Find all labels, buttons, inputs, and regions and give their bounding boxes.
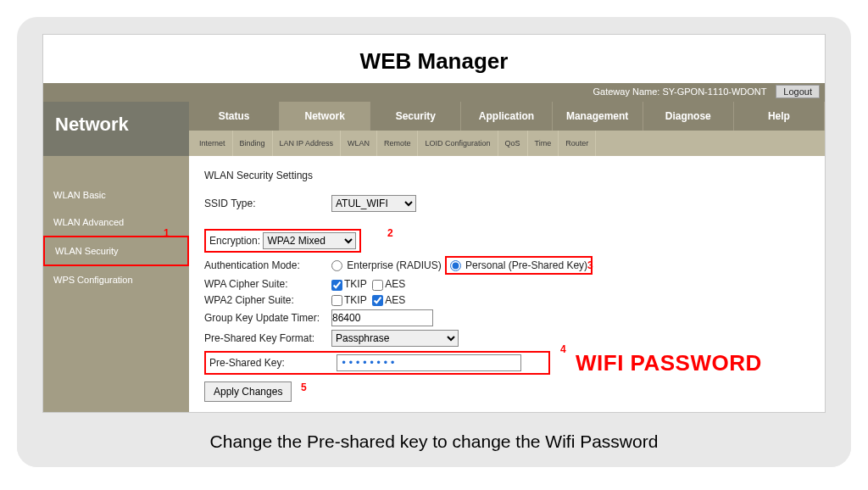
psk-format-label: Pre-Shared Key Format: — [204, 332, 331, 344]
subtab-internet[interactable]: Internet — [192, 131, 233, 156]
ssid-label: SSID Type: — [204, 198, 331, 209]
tab-management[interactable]: Management — [553, 102, 643, 131]
page-title: WEB Manager — [43, 35, 825, 83]
section-title: WLAN Security Settings — [204, 170, 810, 181]
wpa-cipher-label: WPA Cipher Suite: — [204, 278, 331, 290]
annotation-3: 3 — [587, 259, 593, 271]
auth-personal-option[interactable]: Personal (Pre-Shared Key) — [450, 259, 587, 271]
brand-label: Network — [43, 102, 189, 156]
subtab-router[interactable]: Router — [559, 131, 596, 156]
tab-application[interactable]: Application — [461, 102, 552, 131]
auth-mode-label: Authentication Mode: — [204, 259, 331, 271]
tab-network[interactable]: Network — [280, 102, 370, 131]
main-tabs: Status Network Security Application Mana… — [189, 102, 825, 131]
group-key-label: Group Key Update Timer: — [204, 312, 331, 324]
tab-help[interactable]: Help — [734, 102, 825, 131]
wpa2-cipher-label: WPA2 Cipher Suite: — [204, 294, 331, 306]
subtab-loid[interactable]: LOID Configuration — [418, 131, 498, 156]
subtab-lan-ip[interactable]: LAN IP Address — [273, 131, 341, 156]
wpa2-tkip-checkbox[interactable]: TKIP — [331, 294, 367, 306]
sidebar-item-wps-config[interactable]: WPS Configuration — [43, 266, 189, 293]
annotation-1: 1 — [164, 227, 170, 239]
wifi-password-callout: WIFI PASSWORD — [576, 350, 762, 376]
caption-text: Change the Pre-shared key to change the … — [17, 421, 851, 467]
tab-status[interactable]: Status — [189, 102, 280, 131]
sidebar-item-wlan-security[interactable]: WLAN Security — [43, 236, 189, 266]
annotation-5: 5 — [301, 381, 307, 393]
subtab-time[interactable]: Time — [528, 131, 559, 156]
sidebar-item-wlan-basic[interactable]: WLAN Basic — [43, 181, 189, 209]
psk-input[interactable] — [337, 354, 521, 371]
subtab-remote[interactable]: Remote — [377, 131, 419, 156]
wpa-tkip-checkbox[interactable]: TKIP — [331, 278, 367, 290]
subtab-binding[interactable]: Binding — [233, 131, 273, 156]
top-bar: Gateway Name: SY-GPON-1110-WDONT Logout — [43, 83, 825, 102]
sub-tabs: Internet Binding LAN IP Address WLAN Rem… — [189, 131, 825, 156]
subtab-qos[interactable]: QoS — [498, 131, 528, 156]
subtab-wlan[interactable]: WLAN — [341, 131, 377, 156]
psk-format-select[interactable]: Passphrase — [331, 330, 459, 347]
annotation-4: 4 — [560, 343, 566, 355]
psk-label: Pre-Shared Key: — [209, 357, 330, 369]
group-key-input[interactable] — [331, 309, 433, 326]
annotation-2: 2 — [387, 227, 393, 239]
sidebar: WLAN Basic WLAN Advanced WLAN Security W… — [43, 156, 189, 412]
wpa-aes-checkbox[interactable]: AES — [372, 278, 405, 290]
apply-changes-button[interactable]: Apply Changes — [204, 381, 292, 402]
ssid-select[interactable]: ATUL_WIFI — [331, 195, 416, 212]
tab-diagnose[interactable]: Diagnose — [643, 102, 734, 131]
content-panel: WLAN Security Settings SSID Type: ATUL_W… — [189, 156, 825, 412]
gateway-name: Gateway Name: SY-GPON-1110-WDONT — [593, 86, 766, 97]
tab-security[interactable]: Security — [370, 102, 461, 131]
logout-button[interactable]: Logout — [776, 85, 820, 98]
auth-enterprise-option[interactable]: Enterprise (RADIUS) — [331, 259, 442, 271]
encryption-label: Encryption: — [209, 235, 260, 247]
encryption-select[interactable]: WPA2 Mixed — [263, 232, 356, 249]
wpa2-aes-checkbox[interactable]: AES — [372, 294, 405, 306]
